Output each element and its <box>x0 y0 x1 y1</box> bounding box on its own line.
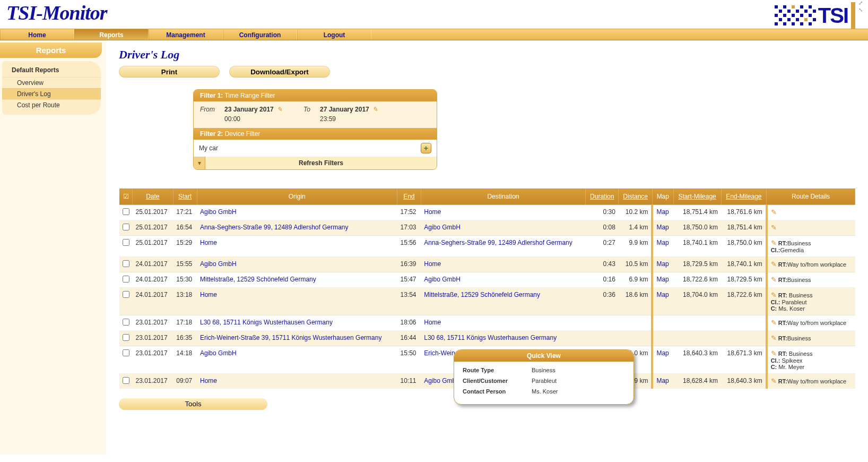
download-export-button[interactable]: Download/Export <box>229 66 330 78</box>
col-start[interactable]: Start <box>173 189 197 205</box>
quickview-label: Contact Person <box>463 388 532 395</box>
origin-link[interactable]: Erich-Weinert-Straße 39, 15711 Königs Wu… <box>200 334 381 341</box>
pencil-icon[interactable]: ✎ <box>771 291 777 299</box>
origin-link[interactable]: Home <box>200 377 217 384</box>
pencil-icon[interactable]: ✎ <box>372 106 378 113</box>
col-duration[interactable]: Duration <box>586 189 619 205</box>
origin-link[interactable]: L30 68, 15711 Königs Wusterhausen German… <box>200 319 333 326</box>
add-device-button[interactable]: + <box>421 143 431 153</box>
col-distance[interactable]: Distance <box>619 189 653 205</box>
cell-date: 25.01.2017 <box>133 205 173 220</box>
cell-end: 16:39 <box>397 257 421 272</box>
map-link[interactable]: Map <box>656 260 669 268</box>
col-map[interactable]: Map <box>652 189 673 205</box>
row-checkbox[interactable] <box>123 291 129 298</box>
cell-start: 13:18 <box>173 288 197 315</box>
origin-link[interactable]: Home <box>200 239 217 246</box>
destination-link[interactable]: Anna-Seghers-Straße 99, 12489 Adlershof … <box>424 239 572 246</box>
expand-icon[interactable]: ⤡ <box>858 7 863 13</box>
cell-destination: Home <box>421 257 585 272</box>
to-time: 23:59 <box>320 115 378 123</box>
filter1-header: Filter 1: Time Range Filter <box>194 90 437 101</box>
cell-route-details: ✎RT: BusinessCl.: SpikeexC: Mr. Meyer <box>767 346 855 374</box>
row-checkbox[interactable] <box>123 349 129 356</box>
print-button[interactable]: Print <box>119 66 220 78</box>
col-route-details[interactable]: Route Details <box>767 189 855 205</box>
pencil-icon[interactable]: ✎ <box>771 260 777 268</box>
origin-link[interactable]: Agibo GmbH <box>200 349 237 357</box>
cell-start: 17:21 <box>173 205 197 220</box>
refresh-filters-button[interactable]: Refresh Filters <box>205 157 437 169</box>
nav-reports[interactable]: Reports <box>74 29 149 40</box>
destination-link[interactable]: Home <box>424 208 441 216</box>
row-checkbox[interactable] <box>123 377 129 384</box>
cell-origin: Agibo GmbH <box>197 205 397 220</box>
sidebar-item-cost-per-route[interactable]: Cost per Route <box>2 99 101 110</box>
destination-link[interactable]: L30 68, 15711 Königs Wusterhausen German… <box>424 334 557 341</box>
pencil-icon[interactable]: ✎ <box>771 377 777 385</box>
destination-link[interactable]: Home <box>424 319 441 326</box>
pencil-icon[interactable]: ✎ <box>277 106 282 113</box>
pencil-icon[interactable]: ✎ <box>771 208 777 216</box>
pencil-icon[interactable]: ✎ <box>771 349 777 357</box>
row-checkbox[interactable] <box>123 239 129 246</box>
col-start-mileage[interactable]: Start-Mileage <box>673 189 721 205</box>
map-link[interactable]: Map <box>656 291 669 298</box>
pencil-icon[interactable]: ✎ <box>771 334 777 342</box>
row-checkbox[interactable] <box>123 319 129 326</box>
col-end[interactable]: End <box>397 189 421 205</box>
cell-route-details: ✎RT:Way to/from workplace <box>767 315 855 331</box>
map-link[interactable]: Map <box>656 224 669 231</box>
map-link[interactable]: Map <box>656 349 669 357</box>
cell-origin: Erich-Weinert-Straße 39, 15711 Königs Wu… <box>197 331 397 346</box>
cell-end-mileage: 18,722.6 km <box>721 288 767 315</box>
cell-start: 16:35 <box>173 331 197 346</box>
origin-link[interactable]: Agibo GmbH <box>200 208 237 216</box>
pencil-icon[interactable]: ✎ <box>771 276 777 284</box>
map-link[interactable]: Map <box>656 276 669 283</box>
origin-link[interactable]: Home <box>200 291 217 298</box>
row-checkbox[interactable] <box>123 224 129 230</box>
origin-link[interactable]: Mittelstraße, 12529 Schönefeld Germany <box>200 276 316 283</box>
to-date[interactable]: 27 January 2017 <box>320 106 369 113</box>
nav-configuration[interactable]: Configuration <box>223 29 297 40</box>
col-end-mileage[interactable]: End-Mileage <box>721 189 767 205</box>
destination-link[interactable]: Agibo GmbH <box>424 224 461 231</box>
cell-end: 17:52 <box>397 205 421 220</box>
pencil-icon[interactable]: ✎ <box>771 239 777 247</box>
fullscreen-icon[interactable]: ⤢ <box>858 0 863 6</box>
col-checkbox[interactable]: ☑ <box>119 189 133 205</box>
row-checkbox[interactable] <box>123 208 129 215</box>
sidebar-item-driver-s-log[interactable]: Driver's Log <box>2 88 101 99</box>
cell-destination: Agibo GmbH <box>421 220 585 236</box>
col-date[interactable]: Date <box>133 189 173 205</box>
cell-checkbox <box>119 220 133 236</box>
cell-destination: Agibo GmbH <box>421 272 585 288</box>
cell-end-mileage <box>721 315 767 331</box>
origin-link[interactable]: Anna-Seghers-Straße 99, 12489 Adlershof … <box>200 224 349 231</box>
col-origin[interactable]: Origin <box>197 189 397 205</box>
row-checkbox[interactable] <box>123 276 129 283</box>
expand-filters-toggle[interactable]: ▾ <box>194 157 205 169</box>
nav-management[interactable]: Management <box>149 29 223 40</box>
row-checkbox[interactable] <box>123 334 129 341</box>
cell-end-mileage: 18,740.1 km <box>721 257 767 272</box>
nav-logout[interactable]: Logout <box>297 29 371 40</box>
map-link[interactable]: Map <box>656 377 669 384</box>
nav-home[interactable]: Home <box>0 29 74 40</box>
origin-link[interactable]: Agibo GmbH <box>200 260 237 268</box>
cell-start: 14:18 <box>173 346 197 374</box>
row-checkbox[interactable] <box>123 260 129 267</box>
map-link[interactable]: Map <box>656 239 669 246</box>
from-date[interactable]: 23 January 2017 <box>224 106 274 113</box>
cell-route-details: ✎RT:Way to/from workplace <box>767 257 855 272</box>
col-destination[interactable]: Destination <box>421 189 585 205</box>
destination-link[interactable]: Mittelstraße, 12529 Schönefeld Germany <box>424 291 540 298</box>
sidebar-item-overview[interactable]: Overview <box>2 77 101 88</box>
destination-link[interactable]: Home <box>424 260 441 268</box>
pencil-icon[interactable]: ✎ <box>771 224 777 232</box>
tools-button[interactable]: Tools <box>119 398 267 410</box>
destination-link[interactable]: Agibo GmbH <box>424 276 461 283</box>
map-link[interactable]: Map <box>656 208 669 216</box>
pencil-icon[interactable]: ✎ <box>771 319 777 327</box>
